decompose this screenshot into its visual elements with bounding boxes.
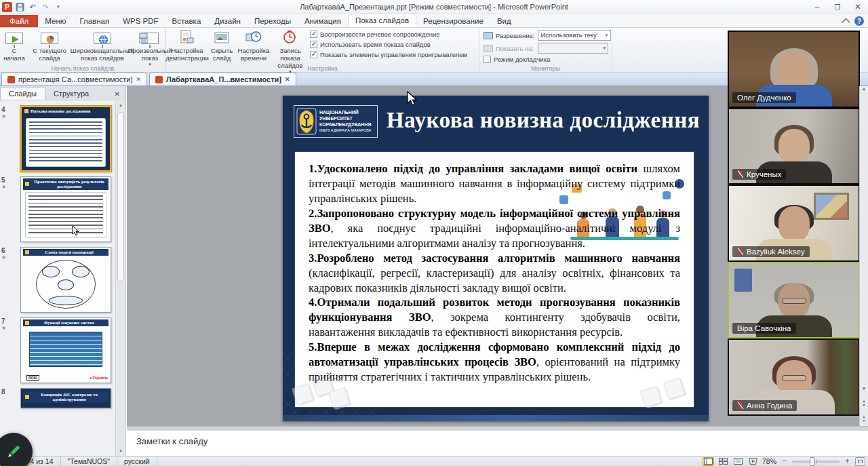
zoom-slider-thumb[interactable]: [810, 457, 815, 466]
tab-view[interactable]: Вид: [490, 15, 518, 27]
next-slide-button[interactable]: [860, 416, 868, 422]
redo-icon[interactable]: [40, 1, 51, 12]
thumbnail-text-lines: [28, 195, 103, 235]
powerpoint-window: P ЛабарткаваА_Презентация.ppt [Режим сов…: [0, 0, 868, 466]
tab-outline[interactable]: Структура: [45, 88, 97, 100]
tab-insert[interactable]: Вставка: [165, 15, 208, 27]
slide-4-thumbnail[interactable]: Наукова новизна дослідження: [20, 106, 111, 172]
document-tab-1[interactable]: презентація Са...совместимости] ✕: [1, 73, 147, 85]
close-panel-icon[interactable]: ✕: [109, 90, 125, 100]
slide-8-thumbnail[interactable]: Концепція АІС контролю та адмініструванн…: [20, 388, 111, 408]
normal-view-button[interactable]: [703, 457, 714, 466]
setup-slideshow-button[interactable]: Настройка демонстрации: [166, 28, 208, 64]
reading-view-button[interactable]: [732, 457, 744, 466]
tab-file[interactable]: Файл: [0, 15, 38, 27]
tab-home[interactable]: Главная: [73, 15, 116, 27]
slides-panel: Слайды Структура ✕ 4 Наукова новизна дос…: [0, 86, 126, 456]
from-beginning-button[interactable]: С начала: [0, 28, 28, 64]
tab-design[interactable]: Дизайн: [208, 15, 248, 27]
checkbox-show-media-controls[interactable]: Показать элементы управления проигрывате…: [310, 51, 467, 58]
zoom-slider[interactable]: [792, 461, 840, 463]
tab-animations[interactable]: Анимация: [298, 15, 348, 27]
save-icon[interactable]: [14, 1, 25, 12]
custom-show-button[interactable]: Произвольный показ▼: [134, 28, 165, 69]
scroll-down-icon[interactable]: [860, 387, 868, 391]
close-button[interactable]: [848, 0, 868, 14]
participant-name-label: Анна Година: [732, 400, 797, 411]
rehearse-timings-button[interactable]: Настройка времени: [235, 28, 272, 64]
thumbnail-list: 4 Наукова новизна дослідження 5 Практичн…: [0, 101, 115, 456]
help-icon[interactable]: [854, 16, 864, 26]
close-tab-icon[interactable]: ✕: [285, 76, 290, 83]
group-label-setup: Настройка: [166, 65, 479, 72]
from-current-slide-icon: [41, 29, 58, 47]
thumbnail-row-6[interactable]: 6 Схема моделі кооперації: [0, 247, 115, 313]
notes-pane[interactable]: Заметки к слайду: [127, 430, 868, 456]
show-on-select[interactable]: [538, 43, 608, 54]
hide-slide-button[interactable]: Скрыть слайд: [208, 28, 235, 64]
thumbnail-row-4[interactable]: 4 Наукова новизна дослідження: [0, 106, 115, 172]
slideshow-view-button[interactable]: [747, 457, 759, 466]
thumbnail-scrollbar[interactable]: [115, 101, 125, 456]
slide-6-thumbnail[interactable]: Схема моделі кооперації: [20, 247, 111, 313]
wall-poster: [734, 269, 752, 292]
participant-name-label: Bazyliuk Aleksey: [732, 246, 810, 257]
monitor-icon: [484, 45, 493, 52]
customize-quick-access-icon[interactable]: [53, 1, 64, 12]
participant-tile-2[interactable]: Крученых: [728, 108, 860, 185]
scroll-down-icon[interactable]: [116, 447, 125, 456]
undo-icon[interactable]: [27, 1, 38, 12]
collapse-ribbon-icon[interactable]: [842, 18, 850, 26]
participant-tile-5[interactable]: Анна Година: [728, 338, 860, 416]
resolution-select[interactable]: Использовать теку...: [538, 30, 611, 41]
checkbox-use-timings[interactable]: Использовать время показа слайдов: [310, 41, 467, 48]
tab-transitions[interactable]: Переходы: [248, 15, 298, 27]
ppt-file-icon: [7, 76, 15, 83]
checkbox-icon: [484, 56, 491, 63]
tab-review[interactable]: Рецензирование: [416, 15, 490, 27]
participant-tile-4[interactable]: Віра Савочкіна: [728, 262, 860, 339]
participant-tile-3[interactable]: Bazyliuk Aleksey: [728, 185, 860, 262]
thumbnail-row-5[interactable]: 5 Практична значущість результатів дослі…: [0, 176, 115, 242]
cooperation-diagram: [36, 260, 96, 309]
thumbnail-row-7[interactable]: 7 Функції існуючих систем RFID Fliptable: [0, 317, 115, 383]
language-indicator[interactable]: русский: [117, 457, 157, 466]
participant-tile-1[interactable]: Олег Дудченко: [728, 31, 860, 108]
ribbon-tab-bar: Файл Меню Главная WPS PDF Вставка Дизайн…: [0, 14, 868, 28]
zoom-in-button[interactable]: [843, 457, 852, 466]
setup-slideshow-icon: [180, 29, 195, 47]
current-slide[interactable]: НАЦІОНАЛЬНИЙ УНІВЕРСИТЕТ КОРАБЛЕБУДУВАНН…: [283, 96, 709, 421]
previous-slide-button[interactable]: [860, 400, 868, 406]
broadcast-slideshow-button[interactable]: Широковещательный показ слайдов: [71, 28, 134, 64]
animation-indicator-icon: [1, 184, 19, 190]
minimize-button[interactable]: [807, 0, 827, 14]
tab-slides[interactable]: Слайды: [0, 87, 45, 100]
zoom-out-button[interactable]: [780, 457, 789, 466]
maximize-button[interactable]: [827, 0, 848, 14]
document-tab-2[interactable]: ЛабарткаваА_П...вместимости] ✕: [149, 73, 296, 85]
zoom-percent[interactable]: 78%: [762, 457, 776, 465]
theme-name[interactable]: "ТемаNUOS": [61, 457, 118, 466]
slide-5-thumbnail[interactable]: Практична значущість результатів дослідж…: [20, 176, 111, 242]
show-on-row: Показать на:: [484, 43, 612, 54]
slide-sorter-view-button[interactable]: [717, 457, 729, 466]
scroll-up-icon[interactable]: [860, 87, 868, 91]
scroll-up-icon[interactable]: [116, 101, 125, 110]
powerpoint-app-icon[interactable]: P: [2, 2, 12, 12]
fit-slide-to-window-button[interactable]: [855, 457, 865, 466]
scrollbar-thumb[interactable]: [117, 112, 124, 281]
university-logo-mini: [24, 320, 30, 326]
rfid-logo: RFID: [26, 375, 39, 381]
tab-slideshow[interactable]: Показ слайдов: [348, 14, 416, 27]
checkbox-play-narrations[interactable]: Воспроизвести речевое сопровождение: [310, 31, 467, 38]
video-conference-panel: Олег Дудченко Крученых Bazyliuk Aleksey …: [728, 31, 860, 416]
slide-content-box[interactable]: 1.Удосконалено підхід до управління закл…: [294, 151, 694, 408]
tab-wps-pdf[interactable]: WPS PDF: [116, 15, 165, 27]
close-tab-icon[interactable]: ✕: [136, 76, 141, 83]
slide-7-thumbnail[interactable]: Функції існуючих систем RFID Fliptable: [20, 317, 111, 383]
tab-menu[interactable]: Меню: [38, 15, 73, 27]
checkbox-presenter-view[interactable]: Режим докладчика: [484, 56, 612, 63]
vertical-scrollbar[interactable]: [859, 86, 868, 426]
from-current-slide-button[interactable]: С текущего слайда: [28, 28, 71, 64]
thumbnail-row-8[interactable]: 8 Концепція АІС контролю та адмініструва…: [0, 388, 115, 408]
